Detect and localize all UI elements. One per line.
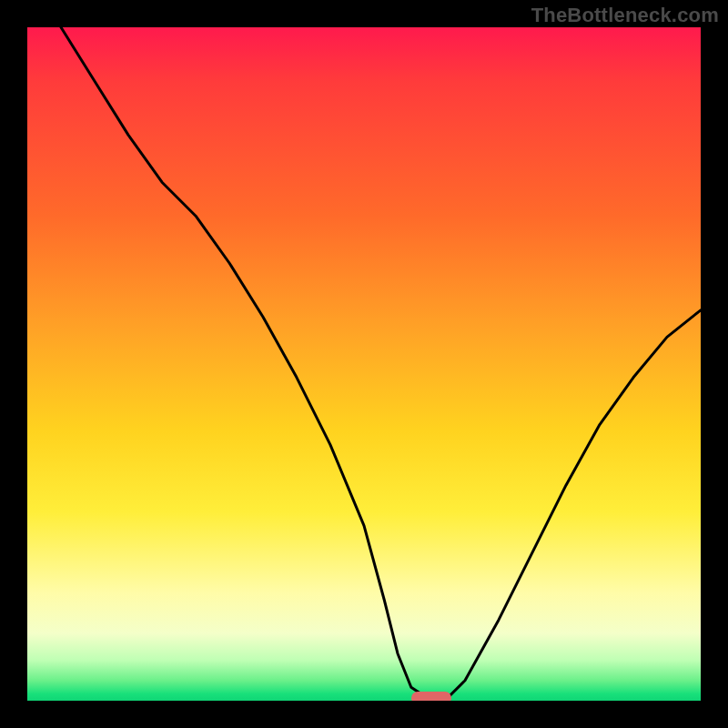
curve-svg <box>27 27 701 701</box>
watermark-text: TheBottleneck.com <box>531 4 719 27</box>
bottleneck-curve <box>61 27 701 701</box>
optimal-marker <box>411 692 451 701</box>
chart-frame: TheBottleneck.com <box>0 0 728 728</box>
plot-area <box>27 27 701 701</box>
